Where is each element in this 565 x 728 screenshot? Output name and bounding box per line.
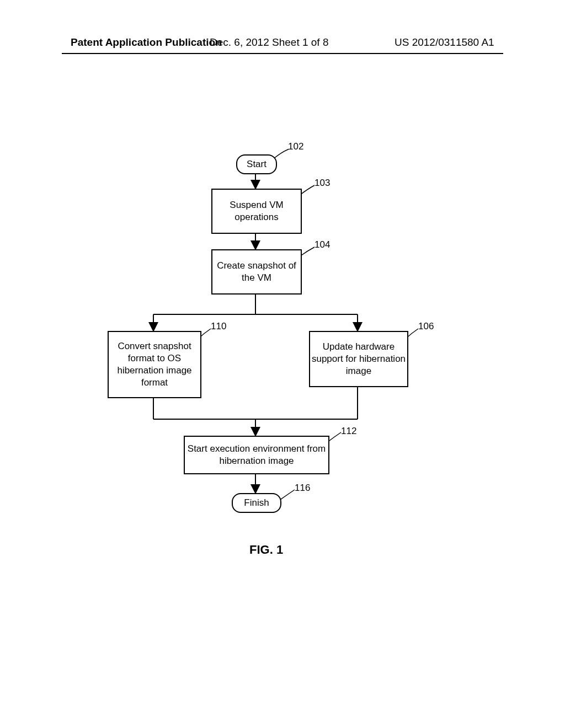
convert-snapshot-text: Convert snapshot format to OS hibernatio…: [109, 340, 200, 389]
ref-106: 106: [418, 321, 434, 332]
suspend-vm-text: Suspend VM operations: [212, 199, 301, 223]
page-header: Patent Application Publication Dec. 6, 2…: [0, 36, 565, 53]
flowchart-start: Start: [236, 154, 277, 174]
header-date-sheet: Dec. 6, 2012 Sheet 1 of 8: [210, 36, 329, 49]
ref-112: 112: [341, 426, 356, 437]
header-doc-number: US 2012/0311580 A1: [395, 36, 494, 49]
flowchart-suspend-vm: Suspend VM operations: [211, 189, 302, 234]
ref-103: 103: [315, 178, 330, 189]
flowchart-finish: Finish: [232, 493, 281, 513]
ref-110: 110: [211, 321, 226, 332]
flowchart-start-execution: Start execution environment from hiberna…: [184, 436, 329, 474]
finish-label: Finish: [244, 497, 269, 508]
header-divider: [62, 53, 503, 54]
start-execution-text: Start execution environment from hiberna…: [185, 443, 328, 467]
flowchart-create-snapshot: Create snapshot of the VM: [211, 249, 302, 295]
ref-104: 104: [315, 239, 330, 250]
figure-caption: FIG. 1: [249, 543, 283, 557]
create-snapshot-text: Create snapshot of the VM: [212, 260, 301, 284]
header-publication-label: Patent Application Publication: [71, 36, 222, 49]
flowchart-update-hardware: Update hardware support for hibernation …: [309, 331, 408, 387]
flowchart-convert-snapshot: Convert snapshot format to OS hibernatio…: [108, 331, 201, 398]
ref-102: 102: [288, 141, 303, 152]
ref-116: 116: [295, 483, 310, 494]
start-label: Start: [247, 159, 266, 170]
update-hardware-text: Update hardware support for hibernation …: [310, 341, 407, 377]
